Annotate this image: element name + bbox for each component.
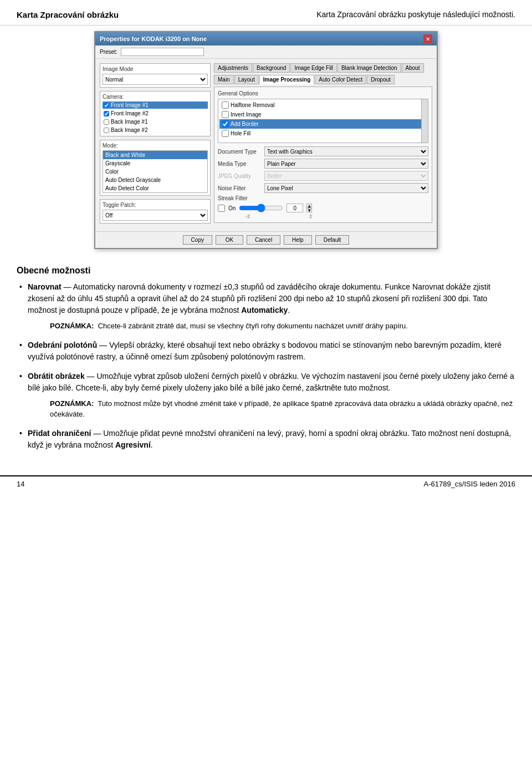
camera-item-front2[interactable]: Front Image #2 [103, 110, 208, 117]
tab-auto-color-detect[interactable]: Auto Color Detect [315, 75, 366, 84]
checkbox-halftone-removal[interactable] [222, 102, 229, 109]
streak-filter-slider[interactable] [239, 204, 283, 212]
preset-row: Preset: [Default][2] [95, 45, 437, 59]
page-header: Karta Zpracování obrázku Karta Zpracován… [0, 0, 532, 26]
dialog-close-button[interactable]: ✕ [423, 34, 432, 43]
mode-label: Mode: [103, 143, 208, 149]
note-narovnat: POZNÁMKA: Chcete-li zabránit ztrátě dat,… [50, 321, 515, 332]
media-type-select[interactable]: Plain Paper [264, 159, 428, 169]
header-left-title: Karta Zpracování obrázku [17, 10, 119, 19]
image-mode-label: Image Mode [103, 66, 208, 72]
help-button[interactable]: Help [284, 235, 312, 245]
tabs-row2: Main Layout Image Processing Auto Color … [214, 75, 432, 84]
checkbox-add-border[interactable] [222, 120, 229, 128]
label-invert-image: Invert Image [231, 111, 262, 118]
ohraniceni-agresivni: Agresivní [115, 440, 151, 449]
noise-filter-label: Noise Filter [218, 185, 262, 191]
label-add-border: Add Border [231, 121, 259, 127]
camera-label-front2: Front Image #2 [111, 110, 149, 116]
left-panel: Image Mode Normal Camera: Front Image #1 [100, 63, 211, 227]
header-right-text: Karta Zpracování obrázku poskytuje násle… [316, 10, 515, 19]
noise-filter-select[interactable]: Lone Pixel [264, 183, 428, 193]
footer-document-id: A-61789_cs/ISIS leden 2016 [423, 480, 515, 488]
mode-item-grayscale[interactable]: Grayscale [103, 159, 207, 168]
options-list-scrollbar[interactable] [421, 99, 428, 143]
streak-filter-checkbox[interactable] [218, 205, 225, 212]
camera-label-front1: Front Image #1 [111, 102, 149, 108]
image-mode-group: Image Mode Normal [100, 63, 211, 88]
mode-item-color[interactable]: Color [103, 168, 207, 176]
preset-input[interactable]: [Default][2] [121, 48, 204, 56]
camera-checkbox-back1[interactable] [104, 119, 109, 125]
tab-main[interactable]: Main [214, 75, 234, 84]
mode-item-bw[interactable]: Black and White [103, 151, 207, 159]
streak-filter-label: Streak Filter [218, 195, 428, 201]
main-content: Obecné možnosti Narovnat — Automaticky n… [0, 260, 532, 464]
ok-button[interactable]: OK [216, 235, 243, 245]
toggle-patch-group: Toggle Patch: Off [100, 199, 211, 224]
dialog-container: Properties for KODAK i3200 on None ✕ Pre… [0, 31, 532, 249]
document-type-select[interactable]: Text with Graphics [264, 146, 428, 156]
list-item-polotonu: Odebrání polotónů — Vylepší obrázky, kte… [17, 339, 515, 363]
narovnat-bold: Narovnat [28, 282, 62, 291]
mode-group: Mode: Black and White Grayscale Color Au… [100, 140, 211, 196]
default-button[interactable]: Default [315, 235, 350, 245]
streak-value-down[interactable]: ▼ [306, 208, 312, 212]
image-mode-select[interactable]: Normal [103, 74, 208, 85]
media-type-row: Media Type Plain Paper [218, 159, 428, 169]
camera-label: Camera: [103, 94, 208, 100]
tab-layout[interactable]: Layout [234, 75, 259, 84]
camera-checkbox-front2[interactable] [104, 111, 109, 116]
tab-adjustments[interactable]: Adjustments [214, 63, 252, 73]
streak-value-up[interactable]: ▲ [306, 204, 312, 208]
tab-content-area: General Options Halftone Removal Invert … [214, 87, 432, 223]
toggle-patch-select[interactable]: Off [103, 210, 208, 221]
mode-item-auto-grayscale[interactable]: Auto Detect Grayscale [103, 176, 207, 184]
dialog-window: Properties for KODAK i3200 on None ✕ Pre… [94, 31, 438, 249]
section-heading: Obecné možnosti [17, 266, 515, 276]
list-item-ohraniceni: Přidat ohraničení — Umožňuje přidat pevn… [17, 428, 515, 451]
media-type-label: Media Type [218, 161, 262, 167]
tab-background[interactable]: Background [253, 63, 290, 73]
option-invert-image[interactable]: Invert Image [219, 110, 427, 119]
footer-page-number: 14 [17, 480, 24, 488]
mode-item-auto-color[interactable]: Auto Detect Color [103, 184, 207, 192]
bullet-list: Narovnat — Automaticky narovná dokumenty… [17, 281, 515, 451]
checkbox-hole-fill[interactable] [222, 130, 229, 137]
camera-item-front1[interactable]: Front Image #1 [103, 102, 208, 109]
options-list: Halftone Removal Invert Image Add Border [218, 99, 428, 143]
streak-filter-value[interactable] [287, 204, 303, 212]
tab-image-processing[interactable]: Image Processing [259, 75, 315, 84]
tab-image-edge-fill[interactable]: Image Edge Fill [290, 63, 336, 73]
jpeg-quality-row: JPEG Quality Better [218, 171, 428, 181]
list-item-narovnat: Narovnat — Automaticky narovná dokumenty… [17, 281, 515, 332]
cancel-button[interactable]: Cancel [247, 235, 280, 245]
page-footer: 14 A-61789_cs/ISIS leden 2016 [0, 475, 532, 491]
streak-min: -2 [245, 214, 250, 219]
option-hole-fill[interactable]: Hole Fill [219, 129, 427, 138]
option-halftone-removal[interactable]: Halftone Removal [219, 100, 427, 110]
dialog-main-content: Image Mode Normal Camera: Front Image #1 [95, 59, 437, 231]
tab-blank-image-detection[interactable]: Blank Image Detection [337, 63, 401, 73]
ohraniceni-bold: Přidat ohraničení [28, 429, 91, 438]
note-narovnat-label: POZNÁMKA: [50, 322, 94, 330]
streak-filter-group: Streak Filter On ▲ ▼ -2 [218, 195, 428, 219]
jpeg-quality-select: Better [264, 171, 428, 181]
tab-dropout[interactable]: Dropout [367, 75, 395, 84]
streak-filter-row: On ▲ ▼ [218, 204, 428, 212]
right-panel: Adjustments Background Image Edge Fill B… [214, 63, 432, 227]
checkbox-invert-image[interactable] [222, 111, 229, 118]
copy-button[interactable]: Copy [183, 235, 212, 245]
mode-list: Black and White Grayscale Color Auto Det… [103, 150, 208, 193]
obratit-bold: Obrátit obrázek [28, 372, 85, 380]
streak-filter-range: -2 2 [245, 214, 312, 219]
camera-item-back2[interactable]: Back Image #2 [103, 126, 208, 134]
camera-item-back1[interactable]: Back Image #1 [103, 118, 208, 125]
dialog-buttons: Copy OK Cancel Help Default [95, 231, 437, 248]
tab-about[interactable]: About [402, 63, 424, 73]
label-hole-fill: Hole Fill [231, 130, 250, 136]
camera-checkbox-front1[interactable] [104, 103, 109, 108]
camera-checkbox-back2[interactable] [104, 128, 109, 133]
note-obratit: POZNÁMKA: Tuto možnost může být vhodné z… [50, 398, 515, 420]
option-add-border[interactable]: Add Border [219, 119, 427, 129]
